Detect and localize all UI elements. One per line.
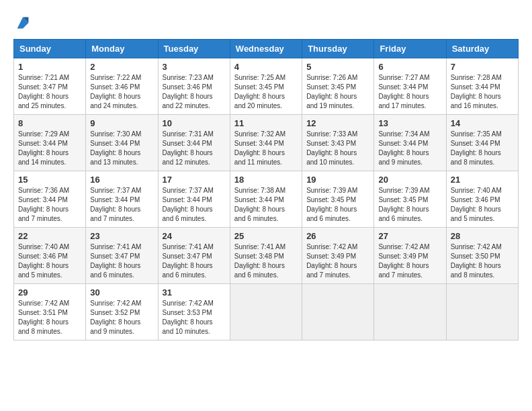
day-info: Sunrise: 7:25 AMSunset: 3:45 PMDaylight:… [234,74,285,109]
day-info: Sunrise: 7:40 AMSunset: 3:46 PMDaylight:… [451,187,502,222]
calendar-cell: 17 Sunrise: 7:37 AMSunset: 3:44 PMDaylig… [158,171,230,228]
calendar-table: SundayMondayTuesdayWednesdayThursdayFrid… [13,39,519,340]
day-number: 26 [306,231,369,241]
calendar-cell: 12 Sunrise: 7:33 AMSunset: 3:43 PMDaylig… [302,115,374,171]
calendar-header-thursday: Thursday [302,40,374,58]
calendar-cell: 21 Sunrise: 7:40 AMSunset: 3:46 PMDaylig… [446,171,518,228]
day-number: 14 [451,118,514,128]
calendar-cell: 16 Sunrise: 7:37 AMSunset: 3:44 PMDaylig… [86,171,158,228]
day-number: 20 [378,175,441,185]
calendar-header-monday: Monday [86,40,158,58]
day-number: 23 [90,231,153,241]
calendar-cell: 24 Sunrise: 7:41 AMSunset: 3:47 PMDaylig… [158,228,230,284]
day-number: 4 [234,62,298,72]
day-number: 27 [378,231,441,241]
day-info: Sunrise: 7:42 AMSunset: 3:53 PMDaylight:… [163,300,214,335]
calendar-cell: 4 Sunrise: 7:25 AMSunset: 3:45 PMDayligh… [230,58,302,115]
day-number: 29 [18,287,81,298]
calendar-cell: 31 Sunrise: 7:42 AMSunset: 3:53 PMDaylig… [158,284,230,340]
calendar-cell: 13 Sunrise: 7:34 AMSunset: 3:44 PMDaylig… [374,115,446,171]
day-number: 2 [90,62,153,72]
day-info: Sunrise: 7:32 AMSunset: 3:44 PMDaylight:… [234,130,285,166]
day-number: 31 [163,287,226,298]
calendar-cell: 20 Sunrise: 7:39 AMSunset: 3:45 PMDaylig… [374,171,446,228]
day-info: Sunrise: 7:39 AMSunset: 3:45 PMDaylight:… [378,187,429,222]
calendar-cell: 23 Sunrise: 7:41 AMSunset: 3:47 PMDaylig… [86,228,158,284]
day-info: Sunrise: 7:40 AMSunset: 3:46 PMDaylight:… [18,243,69,279]
calendar-cell: 18 Sunrise: 7:38 AMSunset: 3:44 PMDaylig… [230,171,302,228]
calendar-header-friday: Friday [374,40,446,58]
day-info: Sunrise: 7:35 AMSunset: 3:44 PMDaylight:… [451,130,502,166]
calendar-cell: 9 Sunrise: 7:30 AMSunset: 3:44 PMDayligh… [86,115,158,171]
day-number: 15 [18,175,81,185]
calendar-week-row: 1 Sunrise: 7:21 AMSunset: 3:47 PMDayligh… [14,58,519,115]
calendar-cell: 3 Sunrise: 7:23 AMSunset: 3:46 PMDayligh… [158,58,230,115]
day-info: Sunrise: 7:37 AMSunset: 3:44 PMDaylight:… [90,187,141,222]
day-number: 18 [234,175,298,185]
day-number: 6 [378,62,441,72]
day-number: 22 [18,231,81,241]
calendar-cell: 1 Sunrise: 7:21 AMSunset: 3:47 PMDayligh… [14,58,86,115]
calendar-header-tuesday: Tuesday [158,40,230,58]
calendar-cell: 7 Sunrise: 7:28 AMSunset: 3:44 PMDayligh… [446,58,518,115]
day-number: 7 [451,62,514,72]
calendar-cell [446,284,518,340]
page-header [13,13,519,32]
day-number: 1 [18,62,81,72]
day-info: Sunrise: 7:36 AMSunset: 3:44 PMDaylight:… [18,187,69,222]
logo [13,13,36,32]
day-number: 17 [163,175,226,185]
day-number: 13 [378,118,441,128]
day-info: Sunrise: 7:23 AMSunset: 3:46 PMDaylight:… [163,74,214,109]
day-info: Sunrise: 7:30 AMSunset: 3:44 PMDaylight:… [90,130,141,166]
day-number: 9 [90,118,153,128]
day-info: Sunrise: 7:41 AMSunset: 3:48 PMDaylight:… [234,243,285,279]
day-info: Sunrise: 7:31 AMSunset: 3:44 PMDaylight:… [163,130,214,166]
day-number: 8 [18,118,81,128]
calendar-cell: 30 Sunrise: 7:42 AMSunset: 3:52 PMDaylig… [86,284,158,340]
calendar-cell: 26 Sunrise: 7:42 AMSunset: 3:49 PMDaylig… [302,228,374,284]
calendar-header-sunday: Sunday [14,40,86,58]
calendar-cell: 14 Sunrise: 7:35 AMSunset: 3:44 PMDaylig… [446,115,518,171]
day-number: 3 [163,62,226,72]
calendar-cell [230,284,302,340]
day-info: Sunrise: 7:39 AMSunset: 3:45 PMDaylight:… [306,187,357,222]
calendar-week-row: 29 Sunrise: 7:42 AMSunset: 3:51 PMDaylig… [14,284,519,340]
day-info: Sunrise: 7:37 AMSunset: 3:44 PMDaylight:… [163,187,214,222]
calendar-week-row: 15 Sunrise: 7:36 AMSunset: 3:44 PMDaylig… [14,171,519,228]
calendar-cell: 8 Sunrise: 7:29 AMSunset: 3:44 PMDayligh… [14,115,86,171]
calendar-header-wednesday: Wednesday [230,40,302,58]
day-info: Sunrise: 7:34 AMSunset: 3:44 PMDaylight:… [378,130,429,166]
calendar-cell: 22 Sunrise: 7:40 AMSunset: 3:46 PMDaylig… [14,228,86,284]
calendar-week-row: 22 Sunrise: 7:40 AMSunset: 3:46 PMDaylig… [14,228,519,284]
calendar-cell: 19 Sunrise: 7:39 AMSunset: 3:45 PMDaylig… [302,171,374,228]
day-info: Sunrise: 7:41 AMSunset: 3:47 PMDaylight:… [90,243,141,279]
calendar-cell: 10 Sunrise: 7:31 AMSunset: 3:44 PMDaylig… [158,115,230,171]
calendar-cell: 2 Sunrise: 7:22 AMSunset: 3:46 PMDayligh… [86,58,158,115]
day-info: Sunrise: 7:21 AMSunset: 3:47 PMDaylight:… [18,74,69,109]
day-info: Sunrise: 7:38 AMSunset: 3:44 PMDaylight:… [234,187,285,222]
day-number: 10 [163,118,226,128]
calendar-cell: 5 Sunrise: 7:26 AMSunset: 3:45 PMDayligh… [302,58,374,115]
calendar-cell: 11 Sunrise: 7:32 AMSunset: 3:44 PMDaylig… [230,115,302,171]
day-info: Sunrise: 7:29 AMSunset: 3:44 PMDaylight:… [18,130,69,166]
calendar-cell [374,284,446,340]
day-info: Sunrise: 7:26 AMSunset: 3:45 PMDaylight:… [306,74,357,109]
day-info: Sunrise: 7:28 AMSunset: 3:44 PMDaylight:… [451,74,502,109]
day-info: Sunrise: 7:33 AMSunset: 3:43 PMDaylight:… [306,130,357,166]
calendar-cell: 28 Sunrise: 7:42 AMSunset: 3:50 PMDaylig… [446,228,518,284]
day-number: 12 [306,118,369,128]
day-number: 11 [234,118,298,128]
day-number: 5 [306,62,369,72]
day-info: Sunrise: 7:41 AMSunset: 3:47 PMDaylight:… [163,243,214,279]
day-number: 30 [90,287,153,298]
logo-icon [13,13,32,32]
day-number: 16 [90,175,153,185]
day-number: 24 [163,231,226,241]
day-number: 28 [451,231,514,241]
day-info: Sunrise: 7:27 AMSunset: 3:44 PMDaylight:… [378,74,429,109]
calendar-cell: 25 Sunrise: 7:41 AMSunset: 3:48 PMDaylig… [230,228,302,284]
day-info: Sunrise: 7:42 AMSunset: 3:51 PMDaylight:… [18,300,69,335]
day-number: 25 [234,231,298,241]
day-info: Sunrise: 7:42 AMSunset: 3:49 PMDaylight:… [306,243,357,279]
